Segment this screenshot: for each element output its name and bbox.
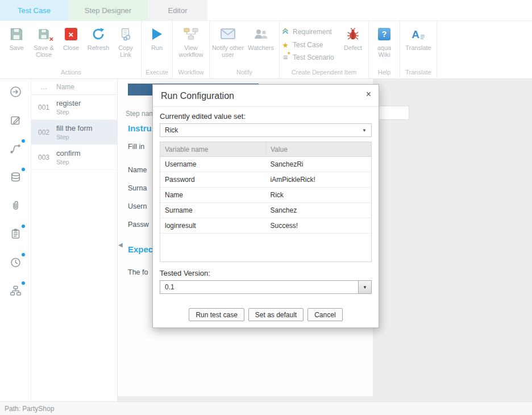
group-label-workflow: Workflow xyxy=(174,69,207,78)
sidebar-item-attachments[interactable] xyxy=(9,198,22,212)
ribbon: Save × Save & Close × Close xyxy=(0,21,532,79)
sidebar-item-edit[interactable] xyxy=(9,113,22,127)
test-case-icon: ★ xyxy=(281,41,289,49)
close-button[interactable]: × Close xyxy=(57,21,85,51)
create-test-scenario-button[interactable]: ≡★ Test Scenario xyxy=(281,53,334,61)
status-bar: Path: PartyShop xyxy=(0,401,532,415)
group-label-execute: Execute xyxy=(143,69,171,78)
table-row[interactable]: Surname Sanchez xyxy=(160,203,371,218)
column-header-name: Name xyxy=(56,83,74,91)
translate-icon: A xyxy=(412,26,425,42)
ribbon-group-actions: Save × Save & Close × Close xyxy=(1,21,142,78)
requirement-button[interactable]: Requirement xyxy=(281,27,332,36)
tab-step-designer[interactable]: Step Designer xyxy=(68,0,148,20)
aqua-wiki-button[interactable]: ? aqua Wiki xyxy=(371,21,398,58)
ribbon-group-execute: Run Execute xyxy=(142,21,173,78)
value-set-label: Currently edited value set: xyxy=(160,112,372,121)
tested-version-label: Tested Version: xyxy=(160,269,372,277)
tab-test-case[interactable]: Test Case xyxy=(0,0,68,20)
collapse-left-icon[interactable]: ◀ xyxy=(118,242,123,248)
notify-other-user-button[interactable]: Notify other user xyxy=(211,21,244,58)
sidebar-item-overview[interactable] xyxy=(9,85,22,98)
sidebar-item-hierarchy[interactable] xyxy=(9,284,22,297)
instruction-line: Fill in xyxy=(128,143,144,151)
save-label: Save xyxy=(9,44,23,51)
cancel-button[interactable]: Cancel xyxy=(307,308,342,321)
path-text: Path: PartyShop xyxy=(5,405,54,413)
notification-dot xyxy=(22,139,25,143)
test-scenario-label: Test Scenario xyxy=(293,53,334,61)
chevron-down-icon: ▼ xyxy=(362,128,367,133)
variables-table: Variable name Value Username SanchezRi P… xyxy=(160,142,372,262)
paperclip-icon xyxy=(10,200,22,211)
step-row[interactable]: 001 register Step xyxy=(31,95,117,120)
step-list: … Name 001 register Step 002 fill the fo… xyxy=(31,79,118,401)
requirement-icon xyxy=(281,27,289,36)
tested-version-value: 0.1 xyxy=(160,281,358,293)
step-row[interactable]: 003 confirm Step xyxy=(31,145,117,170)
dialog-close-icon[interactable]: × xyxy=(366,90,371,99)
defect-button[interactable]: Defect xyxy=(339,21,367,51)
translate-button[interactable]: A Translate xyxy=(402,21,435,51)
bug-icon xyxy=(346,26,360,42)
run-test-case-button[interactable]: Run test case xyxy=(189,308,244,321)
table-row[interactable]: Name Rick xyxy=(160,188,371,203)
table-row[interactable]: Username SanchezRi xyxy=(160,157,371,172)
table-row[interactable]: loginresult Success! xyxy=(160,218,371,234)
ribbon-group-create-dependent-item: Requirement ★ Test Case ≡★ Test Scenario xyxy=(280,21,369,78)
save-close-label: Save & Close xyxy=(30,44,57,58)
refresh-label: Refresh xyxy=(88,44,110,51)
left-icon-sidebar xyxy=(0,79,31,401)
question-mark-icon: ? xyxy=(378,26,390,42)
group-label-create-dependent-item: Create Dependent Item xyxy=(281,69,367,78)
sidebar-item-checklist[interactable] xyxy=(9,227,22,240)
sidebar-item-data[interactable] xyxy=(9,170,22,184)
ribbon-group-help: ? aqua Wiki Help xyxy=(369,21,400,78)
column-value: Value xyxy=(266,142,371,156)
value-set-selected: Rick xyxy=(165,126,178,134)
test-case-label: Test Case xyxy=(293,41,323,49)
save-button[interactable]: Save xyxy=(3,21,30,51)
run-play-icon xyxy=(152,26,162,42)
save-close-icon: × xyxy=(38,26,50,42)
copy-link-label: Copy Link xyxy=(112,44,139,58)
create-test-case-button[interactable]: ★ Test Case xyxy=(281,41,323,49)
notification-dot xyxy=(22,281,25,285)
table-row[interactable]: Password iAmPickleRick! xyxy=(160,172,371,188)
close-label: Close xyxy=(63,44,79,51)
requirement-label: Requirement xyxy=(293,28,332,36)
step-name-label: Step nam xyxy=(126,110,155,118)
refresh-button[interactable]: Refresh xyxy=(85,21,112,51)
save-close-button[interactable]: × Save & Close xyxy=(30,21,57,58)
aqua-wiki-label: aqua Wiki xyxy=(371,44,398,58)
copy-link-icon xyxy=(119,26,132,42)
group-label-translate: Translate xyxy=(402,69,435,78)
pencil-icon xyxy=(10,114,22,126)
group-label-actions: Actions xyxy=(3,69,139,78)
tested-version-combo[interactable]: 0.1 ▼ xyxy=(160,280,372,294)
field-label-surname: Surna xyxy=(128,184,147,192)
refresh-icon xyxy=(91,26,106,42)
sidebar-item-history[interactable] xyxy=(9,255,22,269)
translate-label: Translate xyxy=(405,44,431,51)
hierarchy-icon xyxy=(10,285,22,297)
value-set-select[interactable]: Rick ▼ xyxy=(160,123,372,137)
tab-editor[interactable]: Editor xyxy=(148,0,207,20)
copy-link-button[interactable]: Copy Link xyxy=(112,21,139,58)
sidebar-item-steps[interactable] xyxy=(9,142,22,155)
app-window: Test Case Step Designer Editor Save × Sa… xyxy=(0,0,532,415)
view-workflow-button[interactable]: View workflow xyxy=(174,21,207,58)
run-button[interactable]: Run xyxy=(143,21,171,51)
watchers-button[interactable]: Watchers xyxy=(244,21,277,51)
ribbon-group-notify: Notify other user Watchers Notify xyxy=(210,21,280,78)
history-clock-icon xyxy=(10,256,22,268)
dialog-title: Run Configuration xyxy=(161,91,234,101)
instructions-heading: Instru xyxy=(128,123,152,133)
notification-dot xyxy=(22,253,25,256)
field-label-password: Passw xyxy=(128,221,149,229)
step-row-selected[interactable]: 002 fill the form Step xyxy=(31,120,117,145)
watchers-label: Watchers xyxy=(248,44,274,51)
combo-dropdown-button[interactable]: ▼ xyxy=(358,281,371,293)
set-as-default-button[interactable]: Set as default xyxy=(248,308,304,321)
top-tab-bar: Test Case Step Designer Editor xyxy=(0,0,532,21)
